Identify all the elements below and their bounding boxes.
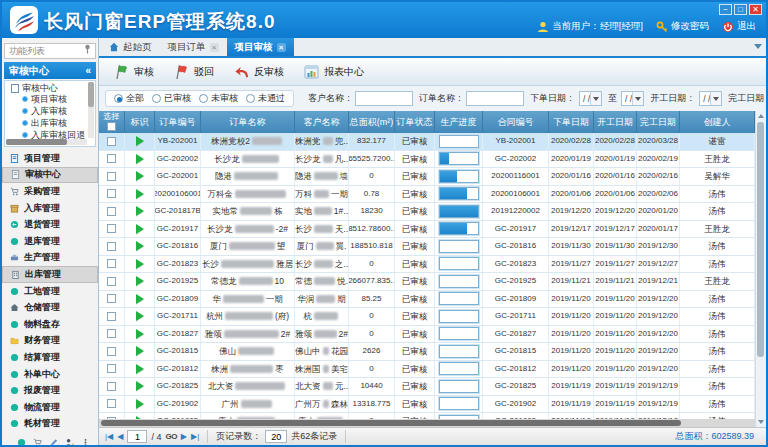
column-header-10[interactable]: 开工日期 — [594, 111, 637, 133]
sidebar-item-15[interactable]: 物流管理 — [2, 399, 98, 416]
sidebar-item-10[interactable]: 物料盘存 — [2, 316, 98, 333]
table-row[interactable]: GC-201925常德龙10常德悦.266077.835..已审核GC-2019… — [99, 273, 755, 291]
order-name-input[interactable] — [466, 91, 524, 106]
sidebar-item-11[interactable]: 财务管理 — [2, 333, 98, 350]
table-row[interactable]: GC-201809华一期华润期85.25已审核GC-2018092019/11/… — [99, 291, 755, 309]
last-page-button[interactable]: ▶| — [191, 432, 199, 441]
maximize-button[interactable]: □ — [734, 4, 747, 15]
radio-未审核[interactable]: 未审核 — [199, 92, 238, 105]
dropdown-arrow-icon[interactable] — [710, 92, 721, 105]
table-row[interactable]: GC-201816厦门望厦门翼.188510.818已审核GC-20181620… — [99, 238, 755, 256]
collapse-icon[interactable]: « — [85, 62, 91, 79]
pin-icon[interactable] — [84, 44, 91, 58]
vertical-scroll-thumb[interactable] — [757, 122, 764, 357]
function-list-box[interactable]: 功能列表 — [4, 43, 96, 59]
customer-name-input[interactable] — [355, 91, 413, 106]
scroll-down-arrow-icon[interactable] — [756, 417, 765, 427]
tree-horizontal-scrollbar[interactable] — [6, 139, 87, 145]
select-all-checkbox[interactable] — [107, 122, 116, 131]
horizontal-scrollbar[interactable] — [99, 419, 755, 427]
sidebar-item-8[interactable]: 工地管理 — [2, 283, 98, 300]
column-header-8[interactable]: 合同编号 — [483, 111, 549, 133]
sidebar-item-16[interactable]: 耗材管理 — [2, 416, 98, 433]
table-row[interactable]: GC-202001隐港隐港墙0已审核202001160012020/01/162… — [99, 168, 755, 186]
table-row[interactable]: GC-201711杭州(府)杭0已审核GC-2017112019/11/2020… — [99, 308, 755, 326]
table-row[interactable]: GC-202002长沙龙长沙龙凡..65525.7200..已审核GC-2020… — [99, 151, 755, 169]
tree-vertical-scrollbar[interactable] — [88, 82, 94, 138]
row-checkbox[interactable] — [107, 172, 116, 181]
column-header-2[interactable]: 订单编号 — [155, 111, 201, 133]
sidebar-item-1[interactable]: 审核中心 — [2, 167, 98, 184]
close-tab-icon[interactable]: × — [277, 43, 286, 52]
cart-icon[interactable] — [33, 433, 42, 442]
row-checkbox[interactable] — [107, 154, 116, 163]
first-page-button[interactable]: |◀ — [105, 432, 113, 441]
radio-已审核[interactable]: 已审核 — [152, 92, 191, 105]
tree-node-1[interactable]: 项目审核 — [5, 93, 95, 105]
column-header-9[interactable]: 下单日期 — [549, 111, 594, 133]
radio-未通过[interactable]: 未通过 — [246, 92, 285, 105]
row-checkbox[interactable] — [107, 399, 116, 408]
toolbar-button-0[interactable]: 审核 — [107, 61, 161, 83]
row-checkbox[interactable] — [107, 329, 116, 338]
sidebar-item-0[interactable]: 项目管理 — [2, 150, 98, 167]
sidebar-item-2[interactable]: 采购管理 — [2, 183, 98, 200]
table-row[interactable]: GC-201902广州广州万森林13318.775已审核GC-201902201… — [99, 396, 755, 414]
column-header-12[interactable]: 创建人 — [680, 111, 755, 133]
row-checkbox[interactable] — [107, 259, 116, 268]
column-header-7[interactable]: 生产进度 — [435, 111, 483, 133]
sidebar-item-14[interactable]: 报废管理 — [2, 382, 98, 399]
pen-icon[interactable] — [49, 433, 58, 442]
row-checkbox[interactable] — [107, 364, 116, 373]
tree-node-3[interactable]: 出库审核 — [5, 117, 95, 129]
row-checkbox[interactable] — [107, 277, 116, 286]
scroll-up-arrow-icon[interactable] — [756, 111, 765, 121]
row-checkbox[interactable] — [107, 347, 116, 356]
next-page-button[interactable]: ▶ — [181, 432, 187, 441]
tab-项目审核[interactable]: 项目审核× — [227, 38, 294, 56]
row-checkbox[interactable] — [107, 137, 116, 146]
row-checkbox[interactable] — [107, 382, 116, 391]
tree-node-2[interactable]: 入库审核 — [5, 105, 95, 117]
horizontal-scroll-thumb[interactable] — [101, 420, 681, 426]
page-size-input[interactable] — [265, 430, 287, 443]
dropdown-arrow-icon[interactable] — [590, 92, 601, 105]
close-tab-icon[interactable]: × — [210, 43, 219, 52]
sidebar-item-3[interactable]: 入库管理 — [2, 200, 98, 217]
start-date-picker[interactable]: / / — [699, 91, 722, 106]
table-row[interactable]: GC-201817B实地常栋实地1#..18230已审核201912200022… — [99, 203, 755, 221]
dropdown-arrow-icon[interactable] — [632, 92, 643, 105]
more-icon[interactable] — [81, 433, 90, 442]
vertical-scrollbar[interactable] — [755, 111, 765, 427]
close-button[interactable]: ✕ — [749, 4, 762, 15]
column-header-1[interactable]: 标识 — [125, 111, 155, 133]
change-password-button[interactable]: 修改密码 — [656, 20, 709, 33]
order-date-to-picker[interactable]: / / — [621, 91, 644, 106]
row-checkbox[interactable] — [107, 294, 116, 303]
table-row[interactable]: GC-201825北大资北大资元..10440已审核GC-2018252019/… — [99, 378, 755, 396]
table-row[interactable]: GC-201827雅颂2#雅颂2#0已审核GC-2018272019/11/20… — [99, 326, 755, 344]
row-checkbox[interactable] — [107, 207, 116, 216]
sidebar-item-7[interactable]: 出库管理 — [2, 266, 98, 283]
sidebar-item-13[interactable]: 补单中心 — [2, 366, 98, 383]
toolbar-button-1[interactable]: 驳回 — [167, 61, 221, 83]
tree-node-root[interactable]: 审核中心 — [5, 81, 95, 93]
table-row[interactable]: YB-202001株洲党校2株洲党兜..832.177已审核YB-2020012… — [99, 133, 755, 151]
table-row[interactable]: 20200106001万科金万科一期0.78已审核202001060012020… — [99, 186, 755, 204]
minimize-button[interactable]: − — [719, 4, 732, 15]
go-button[interactable]: GO — [165, 432, 176, 441]
table-row[interactable]: GC-201917长沙龙-2#长沙天..8512.78600..已审核GC-20… — [99, 221, 755, 239]
tab-项目订单[interactable]: 项目订单× — [160, 38, 227, 56]
status-dot-icon[interactable] — [17, 433, 26, 442]
prev-page-button[interactable]: ◀ — [117, 432, 123, 441]
row-checkbox[interactable] — [107, 242, 116, 251]
row-checkbox[interactable] — [107, 224, 116, 233]
toolbar-button-3[interactable]: 报表中心 — [297, 61, 371, 83]
sidebar-item-4[interactable]: 退货管理 — [2, 216, 98, 233]
row-checkbox[interactable] — [107, 189, 116, 198]
order-date-from-picker[interactable]: / / — [579, 91, 602, 106]
tab-起始页[interactable]: 起始页 — [101, 38, 160, 56]
tab-overflow-arrow-icon[interactable] — [754, 44, 762, 49]
column-header-5[interactable]: 总面积(m²) — [349, 111, 395, 133]
sidebar-item-5[interactable]: 退库管理 — [2, 233, 98, 250]
